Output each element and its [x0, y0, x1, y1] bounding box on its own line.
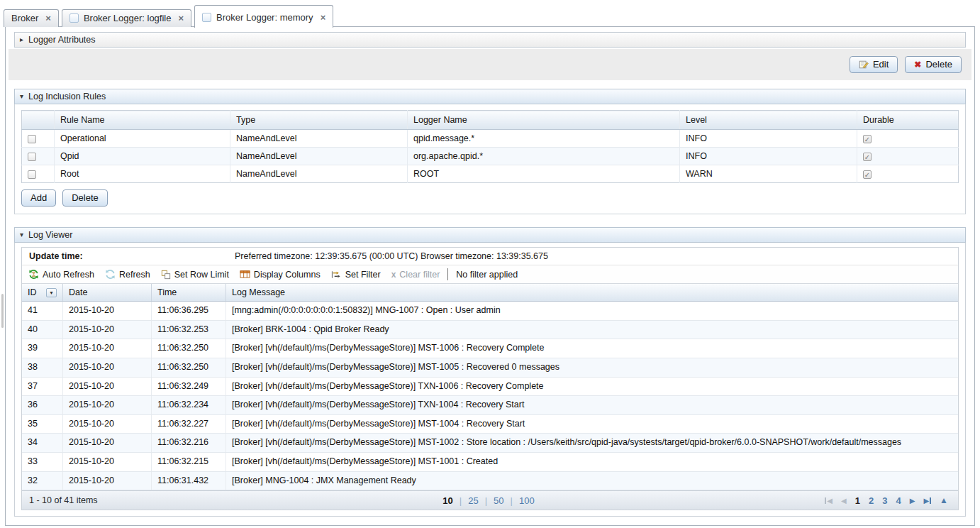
scrollbar[interactable]: [1, 294, 4, 328]
row-limit-icon: [161, 270, 171, 280]
log-row[interactable]: 34 2015-10-20 11:06:32.216 [Broker] [vh(…: [22, 434, 958, 453]
log-row[interactable]: 32 2015-10-20 11:06:31.432 [Broker] MNG-…: [22, 472, 958, 491]
column-header-logger-name[interactable]: Logger Name: [408, 111, 680, 130]
level-cell: INFO: [680, 148, 857, 165]
rule-row[interactable]: Qpid NameAndLevel org.apache.qpid.* INFO…: [22, 148, 959, 165]
id-cell: 32: [22, 472, 62, 490]
id-cell: 40: [22, 321, 62, 339]
set-row-limit-button[interactable]: Set Row Limit: [161, 270, 229, 280]
column-header-rule-name[interactable]: Rule Name: [55, 111, 230, 130]
add-rule-button[interactable]: Add: [21, 189, 56, 207]
id-cell: 33: [22, 453, 62, 471]
rule-name-cell: Root: [55, 165, 230, 183]
filter-arrows-icon: [331, 270, 342, 279]
column-header-durable[interactable]: Durable: [857, 111, 959, 130]
time-cell: 11:06:32.250: [151, 339, 225, 358]
scroll-to-top-icon[interactable]: ▲: [940, 495, 948, 505]
date-cell: 2015-10-20: [62, 378, 151, 396]
time-cell: 11:06:36.295: [151, 302, 225, 320]
close-icon[interactable]: ×: [45, 13, 51, 23]
logger-tab-icon: [69, 13, 79, 23]
set-filter-button[interactable]: Set Filter: [331, 270, 381, 280]
delete-rule-button[interactable]: Delete: [62, 189, 108, 207]
tab-label: Broker Logger: logfile: [84, 13, 172, 23]
rule-row[interactable]: Root NameAndLevel ROOT WARN ✓: [22, 165, 959, 183]
edit-button[interactable]: Edit: [850, 56, 898, 73]
page-2-link[interactable]: 2: [869, 495, 874, 506]
first-page-icon: ◀: [825, 497, 833, 505]
message-cell: [Broker] [vh(/default)/ms(DerbyMessageSt…: [225, 358, 958, 377]
next-page-icon[interactable]: ▶: [910, 497, 915, 505]
column-header-type[interactable]: Type: [230, 111, 408, 130]
delete-button[interactable]: ✖ Delete: [905, 56, 962, 73]
select-column-header: [22, 111, 55, 130]
message-cell: [Broker] [vh(/default)/ms(DerbyMessageSt…: [225, 434, 958, 452]
message-cell: [Broker] MNG-1004 : JMX Management Ready: [225, 472, 958, 490]
set-filter-label: Set Filter: [345, 270, 381, 280]
column-header-message[interactable]: Log Message: [225, 284, 958, 301]
display-columns-button[interactable]: Display Columns: [240, 270, 321, 280]
log-row[interactable]: 38 2015-10-20 11:06:32.250 [Broker] [vh(…: [22, 358, 958, 378]
page-4-link[interactable]: 4: [896, 495, 901, 506]
page-size-10[interactable]: 10: [442, 495, 452, 506]
column-header-level[interactable]: Level: [680, 111, 857, 130]
id-header-label: ID: [28, 287, 37, 297]
row-select-checkbox[interactable]: [28, 153, 36, 161]
tab-label: Broker: [11, 13, 38, 23]
log-grid-header: ID ▼ Date Time Log Message: [22, 284, 958, 302]
log-inclusion-rules-pane-header[interactable]: ▾ Log Inclusion Rules: [14, 89, 966, 104]
log-row[interactable]: 33 2015-10-20 11:06:32.215 [Broker] [vh(…: [22, 453, 958, 472]
update-time-label: Update time:: [22, 251, 235, 261]
tab-bar: Broker × Broker Logger: logfile × Broker…: [0, 0, 980, 27]
page-3-link[interactable]: 3: [882, 495, 887, 506]
close-icon[interactable]: ×: [178, 13, 184, 23]
auto-refresh-icon: [28, 269, 39, 280]
id-cell: 35: [22, 415, 62, 434]
date-cell: 2015-10-20: [62, 339, 151, 358]
page-size-25[interactable]: 25: [468, 495, 478, 506]
separator: |: [485, 495, 487, 506]
last-page-icon[interactable]: ▶: [923, 497, 931, 505]
column-header-date[interactable]: Date: [62, 284, 151, 301]
row-select-checkbox[interactable]: [28, 135, 36, 143]
page-1-link[interactable]: 1: [855, 495, 860, 506]
tab-broker-logger-logfile[interactable]: Broker Logger: logfile ×: [62, 9, 191, 27]
page-size-50[interactable]: 50: [494, 495, 503, 506]
column-header-id[interactable]: ID ▼: [22, 284, 62, 301]
row-select-checkbox[interactable]: [28, 170, 36, 179]
set-row-limit-label: Set Row Limit: [174, 270, 229, 280]
auto-refresh-button[interactable]: Auto Refresh: [28, 269, 94, 280]
log-row[interactable]: 39 2015-10-20 11:06:32.250 [Broker] [vh(…: [22, 339, 958, 358]
log-row[interactable]: 40 2015-10-20 11:06:32.253 [Broker] BRK-…: [22, 321, 958, 340]
message-cell: [Broker] [vh(/default)/ms(DerbyMessageSt…: [225, 339, 958, 358]
log-row[interactable]: 37 2015-10-20 11:06:32.249 [Broker] [vh(…: [22, 378, 958, 397]
log-inclusion-rules-pane-body: Rule Name Type Logger Name Level Durable…: [14, 104, 966, 214]
level-cell: INFO: [680, 130, 857, 148]
log-row[interactable]: 36 2015-10-20 11:06:32.234 [Broker] [vh(…: [22, 396, 958, 415]
items-status-text: 1 - 10 of 41 items: [22, 495, 442, 505]
log-viewer-pane-header[interactable]: ▾ Log Viewer: [14, 227, 966, 243]
rule-row[interactable]: Operational NameAndLevel qpid.message.* …: [22, 130, 959, 148]
page-size-100[interactable]: 100: [519, 495, 535, 506]
date-cell: 2015-10-20: [62, 358, 151, 377]
id-cell: 38: [22, 358, 62, 377]
auto-refresh-label: Auto Refresh: [43, 270, 94, 280]
log-row[interactable]: 35 2015-10-20 11:06:32.227 [Broker] [vh(…: [22, 415, 958, 434]
column-header-time[interactable]: Time: [151, 284, 225, 301]
refresh-icon: [105, 269, 116, 280]
logger-name-cell: qpid.message.*: [408, 130, 680, 148]
sort-desc-icon[interactable]: ▼: [46, 288, 57, 297]
log-viewer-box: Update time: Preferred timezone: 12:39:3…: [21, 247, 959, 510]
type-cell: NameAndLevel: [230, 148, 408, 165]
close-icon[interactable]: ×: [321, 13, 326, 22]
rule-name-cell: Qpid: [55, 148, 230, 165]
date-cell: 2015-10-20: [62, 472, 151, 490]
log-viewer-toolbar: Auto Refresh Refresh: [22, 265, 958, 284]
log-row[interactable]: 41 2015-10-20 11:06:36.295 [mng:admin(/0…: [22, 302, 958, 321]
pane-title: Log Inclusion Rules: [28, 92, 106, 101]
tab-broker-logger-memory[interactable]: Broker Logger: memory ×: [194, 5, 333, 28]
logger-attributes-pane-header[interactable]: ▸ Logger Attributes: [14, 32, 966, 48]
delete-button-label: Delete: [925, 59, 952, 70]
tab-broker[interactable]: Broker ×: [4, 9, 59, 27]
refresh-button[interactable]: Refresh: [105, 269, 150, 280]
